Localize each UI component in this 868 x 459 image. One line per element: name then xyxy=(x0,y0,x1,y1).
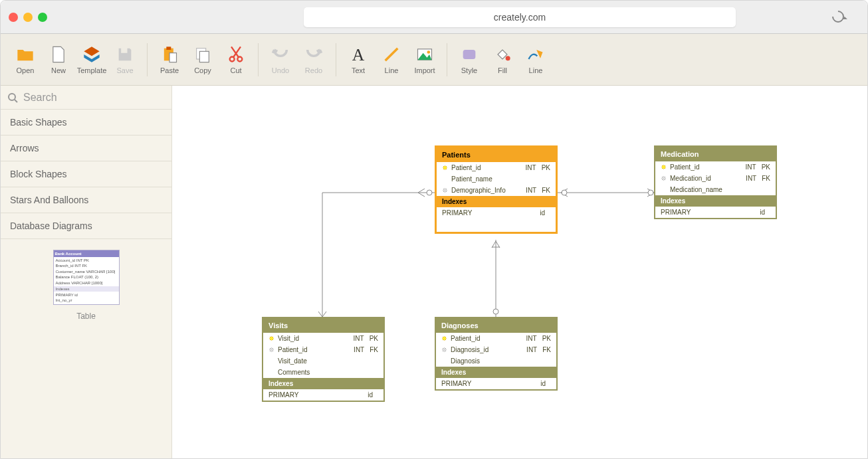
redo-icon xyxy=(304,45,323,64)
entity-field[interactable]: Visit_idINTPK xyxy=(263,333,383,344)
shape-preview[interactable]: Bank Account Account_id INT PKBranch_id … xyxy=(1,239,171,331)
save-button[interactable]: Save xyxy=(108,43,142,77)
template-button[interactable]: Template xyxy=(75,43,108,77)
svg-rect-12 xyxy=(463,50,476,59)
toolbar: OpenNewTemplateSavePasteCopyCutUndoRedoA… xyxy=(1,34,867,86)
entity-field[interactable]: Patient_name xyxy=(437,173,556,185)
style-button[interactable]: Style xyxy=(453,43,486,77)
entity-title: Diagnoses xyxy=(436,318,556,333)
search-icon xyxy=(7,92,18,103)
index-row[interactable]: PRIMARYid xyxy=(436,378,556,389)
copy-button[interactable]: Copy xyxy=(186,43,219,77)
line-style-icon xyxy=(526,45,545,64)
line-tool-button[interactable]: Line xyxy=(375,43,408,77)
primary-key-icon xyxy=(269,335,274,341)
address-bar[interactable]: creately.com xyxy=(304,7,736,27)
refresh-icon[interactable] xyxy=(829,8,846,25)
entity-medication[interactable]: MedicationPatient_idINTPKMedication_idIN… xyxy=(654,145,777,219)
entity-field[interactable]: Patient_idINTPK xyxy=(437,162,556,173)
field-type: INT xyxy=(746,175,756,182)
field-key: PK xyxy=(370,335,378,342)
field-name: Comments xyxy=(278,369,378,376)
open-icon xyxy=(16,45,35,64)
import-button[interactable]: Import xyxy=(408,43,441,77)
new-button[interactable]: New xyxy=(42,43,75,77)
sidebar-category-3[interactable]: Stars And Balloons xyxy=(1,187,171,213)
sidebar-category-4[interactable]: Database Diagrams xyxy=(1,213,171,239)
sidebar-category-0[interactable]: Basic Shapes xyxy=(1,110,171,136)
index-row[interactable]: PRIMARYid xyxy=(655,207,776,218)
svg-rect-1 xyxy=(166,46,171,50)
indexes-header: Indexes xyxy=(263,378,383,389)
field-key: PK xyxy=(542,164,550,171)
open-button[interactable]: Open xyxy=(9,43,42,77)
field-name: Visit_id xyxy=(278,335,348,342)
search-input[interactable]: Search xyxy=(1,86,171,110)
no-key-icon xyxy=(269,358,274,364)
svg-line-8 xyxy=(385,48,398,60)
entity-field[interactable]: Comments xyxy=(263,367,383,378)
field-key: FK xyxy=(542,346,551,353)
undo-button[interactable]: Undo xyxy=(264,43,297,77)
separator xyxy=(336,43,336,76)
entity-title: Patients xyxy=(437,147,556,162)
entity-field[interactable]: Medication_name xyxy=(655,184,776,195)
entity-field[interactable]: Diagnosis_idINTFK xyxy=(436,344,556,355)
paste-button[interactable]: Paste xyxy=(153,43,186,77)
index-row[interactable]: PRIMARYid xyxy=(263,389,383,401)
sidebar-category-2[interactable]: Block Shapes xyxy=(1,161,171,187)
line-style-button[interactable]: Line xyxy=(519,43,552,77)
paste-icon xyxy=(160,45,179,64)
entity-diagnoses[interactable]: DiagnosesPatient_idINTPKDiagnosis_idINTF… xyxy=(435,317,558,391)
redo-button[interactable]: Redo xyxy=(297,43,330,77)
fill-button[interactable]: Fill xyxy=(486,43,519,77)
separator xyxy=(258,43,259,76)
indexes-header: Indexes xyxy=(655,195,776,207)
field-type: INT xyxy=(354,335,364,342)
new-label: New xyxy=(51,66,66,74)
entity-field[interactable]: Patient_idINTPK xyxy=(655,161,776,173)
separator xyxy=(447,43,447,76)
field-name: Patient_id xyxy=(451,335,521,342)
text-icon: A xyxy=(349,45,368,64)
entity-visits[interactable]: VisitsVisit_idINTPKPatient_idINTFKVisit_… xyxy=(262,317,385,402)
index-row[interactable]: PRIMARYid xyxy=(437,207,556,219)
field-type: INT xyxy=(746,163,756,171)
entity-field[interactable]: Patient_idINTPK xyxy=(436,333,556,344)
entity-field[interactable]: Demographic_InfoINTFK xyxy=(437,185,556,196)
line-tool-label: Line xyxy=(385,66,399,74)
primary-key-icon xyxy=(441,335,447,341)
close-window-button[interactable] xyxy=(9,13,18,22)
redo-label: Redo xyxy=(305,66,322,74)
diagram-canvas[interactable]: PatientsPatient_idINTPKPatient_nameDemog… xyxy=(172,86,867,458)
no-key-icon xyxy=(442,176,448,182)
shape-preview-label: Table xyxy=(76,312,96,321)
svg-point-19 xyxy=(493,309,498,314)
foreign-key-icon xyxy=(661,175,667,181)
maximize-window-button[interactable] xyxy=(38,13,47,22)
sidebar-category-1[interactable]: Arrows xyxy=(1,136,171,161)
field-name: Demographic_Info xyxy=(451,187,520,194)
svg-point-14 xyxy=(9,94,15,100)
field-type: INT xyxy=(526,164,536,171)
foreign-key-icon xyxy=(441,347,447,353)
cut-button[interactable]: Cut xyxy=(219,43,253,77)
entity-field[interactable]: Medication_idINTFK xyxy=(655,173,776,184)
fill-label: Fill xyxy=(498,66,507,74)
entity-field[interactable]: Visit_date xyxy=(263,355,383,367)
search-placeholder: Search xyxy=(23,92,57,104)
minimize-window-button[interactable] xyxy=(23,13,33,22)
field-key: PK xyxy=(542,335,551,342)
no-key-icon xyxy=(441,358,447,364)
svg-point-5 xyxy=(230,56,235,61)
entity-field[interactable]: Patient_idINTFK xyxy=(263,344,383,355)
field-type: INT xyxy=(526,346,537,353)
entity-title: Medication xyxy=(655,147,776,161)
entity-field[interactable]: Diagnosis xyxy=(436,355,556,367)
field-name: Medication_id xyxy=(670,175,740,182)
undo-label: Undo xyxy=(272,66,289,74)
entity-patients[interactable]: PatientsPatient_idINTPKPatient_nameDemog… xyxy=(435,145,558,234)
text-button[interactable]: AText xyxy=(342,43,375,77)
fill-icon xyxy=(493,45,512,64)
open-label: Open xyxy=(17,66,35,74)
